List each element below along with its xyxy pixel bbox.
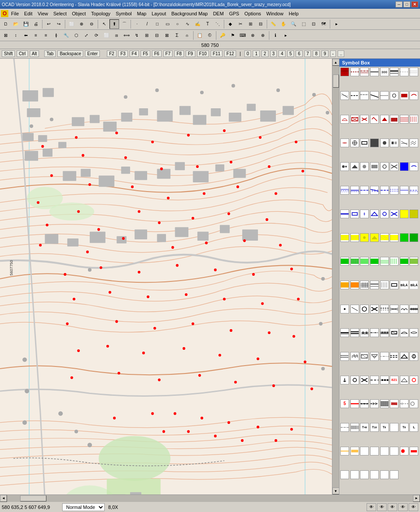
btn-zoom-out[interactable]: ⊖ [87,19,96,29]
sym-72[interactable] [409,257,418,266]
eye-icon-3[interactable]: 👁 [388,503,397,511]
key-f6[interactable]: F6 [152,50,162,57]
btn-redo[interactable]: ↪ [54,19,64,29]
btn2-align-left[interactable]: ⬅ [21,31,31,40]
menu-dem[interactable]: DEM [210,10,226,17]
sym-127[interactable]: T8 [400,423,409,432]
key-shift[interactable]: Shift [2,50,15,57]
sym-83[interactable] [360,305,369,313]
btn2-info[interactable]: ℹ [271,31,280,40]
sym-57[interactable] [340,233,349,242]
eye-icon-1[interactable]: 👁 [367,503,376,511]
sym-87[interactable] [400,305,409,313]
sym-96[interactable] [409,328,418,337]
btn2-9[interactable]: ⟳ [92,31,101,40]
sym-119[interactable] [400,399,409,408]
sym-20[interactable] [370,115,379,124]
sym-99[interactable] [360,352,369,361]
sym-55[interactable] [400,210,409,218]
sym-114[interactable] [350,399,359,408]
btn-select[interactable]: ⬆ [109,19,119,29]
scroll-right-button[interactable]: ► [413,495,420,502]
btn-magnify[interactable]: 🔍 [289,19,298,29]
btn2-1[interactable]: ⊠ [1,31,11,40]
sym-104[interactable] [409,352,418,361]
sym-101[interactable] [380,352,389,361]
btn2-15[interactable]: ⊟ [152,31,162,40]
key-7[interactable]: 7 [304,50,311,57]
btn-open[interactable]: 📂 [11,19,21,29]
key-f5[interactable]: F5 [141,50,150,57]
sym-105[interactable] [340,376,349,384]
key-3[interactable]: 3 [270,50,277,57]
menu-options[interactable]: Options [242,10,264,17]
sym-16[interactable] [409,91,418,100]
sym-53[interactable] [380,210,389,218]
sym-13[interactable] [380,91,389,100]
eye-icon-5[interactable]: 👁 [409,503,418,511]
scroll-up-button[interactable]: ▲ [332,59,339,66]
btn2-14[interactable]: ⊞ [142,31,152,40]
sym-106[interactable] [350,376,359,384]
sym-89[interactable] [340,328,349,337]
sym-66[interactable] [350,257,359,266]
sym-34[interactable] [350,162,359,171]
key-9[interactable]: 9 [321,50,328,57]
key-backspace[interactable]: Backspace [57,50,83,57]
btn2-paste[interactable]: 📋 [195,31,205,40]
menu-topology[interactable]: Topology [88,10,113,17]
sym-25[interactable] [340,139,349,147]
btn-extra1[interactable]: ▸ [332,19,341,29]
sym-32[interactable] [409,139,418,147]
btn2-extra[interactable]: ▸ [281,31,290,40]
sym-48[interactable] [409,186,418,195]
vertical-scrollbar[interactable]: ▲ ▼ [332,59,339,494]
btn-select-all[interactable]: ⬜ [67,19,76,29]
sym-111[interactable] [400,376,409,384]
btn-arrow[interactable]: ↖ [99,19,109,29]
sym-84[interactable] [370,305,379,313]
sym-129[interactable] [340,447,349,455]
btn2-8[interactable]: ⤢ [81,31,91,40]
mode-selector[interactable]: Normal Mode Draft Mode Print Mode [62,503,105,511]
sym-10[interactable] [350,91,359,100]
sym-15[interactable] [400,91,409,100]
sym-79[interactable]: BÍLÁ [400,281,409,289]
sym-135[interactable] [400,447,409,455]
sym-82[interactable] [350,305,359,313]
sym-137[interactable] [340,470,349,479]
sym-126[interactable] [390,423,399,432]
sym-7[interactable] [400,68,409,76]
close-button[interactable]: ✕ [411,1,418,7]
sym-36[interactable] [370,162,379,171]
key-f8[interactable]: F8 [174,50,184,57]
maximize-button[interactable]: □ [403,1,410,7]
menu-file[interactable]: File [8,10,21,17]
sym-58[interactable] [350,233,359,242]
sym-9[interactable] [340,91,349,100]
key-6[interactable]: 6 [296,50,303,57]
scroll-thumb[interactable] [333,75,339,88]
sym-33[interactable] [340,162,349,171]
sym-120[interactable] [409,399,418,408]
sym-74[interactable] [350,281,359,289]
sym-136[interactable] [409,447,418,455]
sym-5[interactable]: 300 [380,68,389,76]
btn-save[interactable]: 💾 [21,19,31,29]
btn2-13[interactable]: ↯ [132,31,141,40]
sym-68[interactable] [370,257,379,266]
menu-gps[interactable]: GPS [226,10,242,17]
sym-115[interactable] [360,399,369,408]
sym-26[interactable] [350,139,359,147]
sym-112[interactable] [409,376,418,384]
sym-81[interactable] [340,305,349,313]
sym-12[interactable] [370,91,379,100]
sym-117[interactable] [380,399,389,408]
btn2-align-right[interactable]: ≡ [41,31,51,40]
btn-node-edit[interactable]: ◆ [226,19,235,29]
sym-63[interactable] [400,233,409,242]
sym-44[interactable] [370,186,379,195]
sym-45[interactable] [380,186,389,195]
key-4[interactable]: 4 [279,50,286,57]
sym-40[interactable] [409,162,418,171]
